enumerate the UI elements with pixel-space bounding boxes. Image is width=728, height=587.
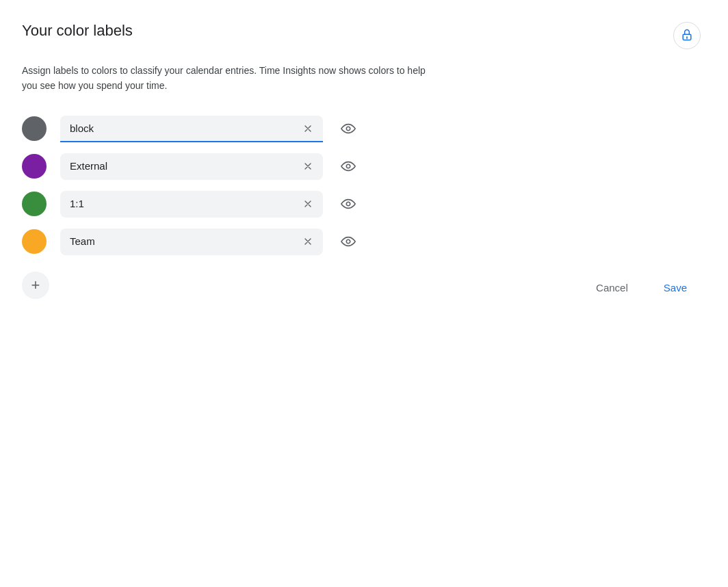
color-dot (22, 116, 47, 141)
clear-button-3[interactable] (300, 233, 316, 250)
visibility-button-3[interactable] (337, 230, 360, 253)
clear-button-1[interactable] (300, 158, 316, 174)
label-input-wrapper (60, 116, 323, 142)
lock-button[interactable] (673, 22, 701, 49)
label-input-wrapper (60, 153, 323, 180)
labels-list (22, 116, 701, 255)
visibility-button-1[interactable] (337, 155, 360, 178)
color-dot (22, 229, 47, 254)
cancel-button[interactable]: Cancel (582, 276, 642, 299)
add-label-button[interactable]: + (22, 272, 49, 299)
label-input-wrapper (60, 229, 323, 255)
label-row (22, 191, 701, 218)
svg-point-3 (346, 127, 350, 131)
clear-button-2[interactable] (300, 196, 316, 212)
label-row (22, 229, 701, 255)
label-input-0[interactable] (60, 116, 323, 142)
label-row (22, 153, 701, 180)
svg-point-5 (346, 203, 350, 207)
color-labels-panel: Your color labels Assign labels to color… (0, 0, 728, 321)
label-input-1[interactable] (60, 153, 323, 180)
label-row (22, 116, 701, 142)
header-row: Your color labels (22, 22, 701, 49)
page-title: Your color labels (22, 22, 133, 40)
save-button[interactable]: Save (650, 276, 701, 299)
label-input-3[interactable] (60, 229, 323, 255)
color-dot (22, 192, 47, 216)
svg-point-6 (346, 240, 350, 244)
clear-button-0[interactable] (300, 120, 316, 137)
plus-icon: + (31, 276, 40, 294)
lock-icon (680, 28, 694, 44)
visibility-button-2[interactable] (337, 192, 360, 216)
footer-row: Cancel Save (582, 276, 701, 299)
svg-point-4 (346, 165, 350, 169)
label-input-2[interactable] (60, 191, 323, 218)
color-dot (22, 154, 47, 179)
label-input-wrapper (60, 191, 323, 218)
subtitle-text: Assign labels to colors to classify your… (22, 63, 432, 94)
visibility-button-0[interactable] (337, 117, 360, 140)
